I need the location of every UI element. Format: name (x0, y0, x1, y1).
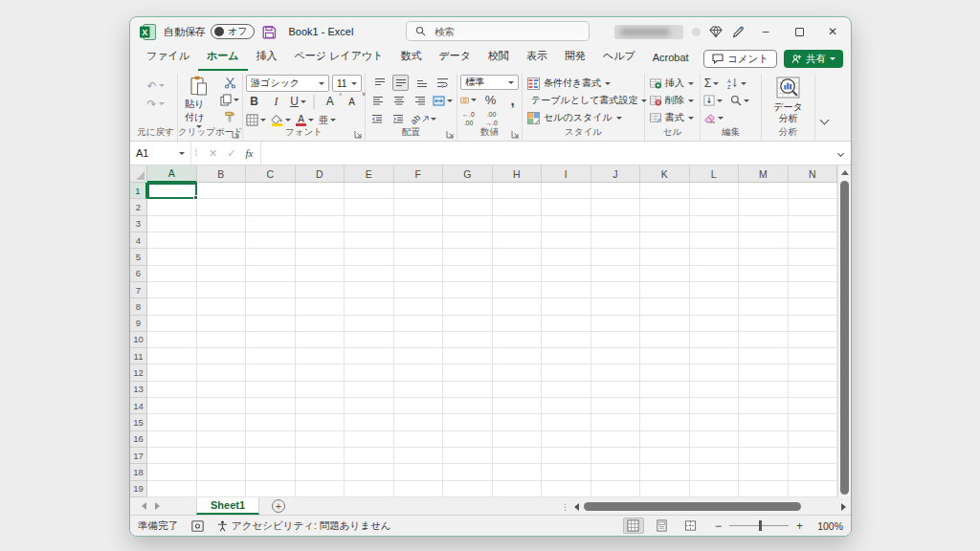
grid-cell-M7[interactable] (739, 282, 789, 298)
grid-cell-K17[interactable] (640, 448, 690, 464)
grid-cell-N4[interactable] (789, 232, 838, 249)
column-header-C[interactable]: C (246, 165, 296, 183)
grid-cell-C5[interactable] (246, 249, 296, 265)
grid-cell-H1[interactable] (493, 183, 543, 199)
grid-cell-H5[interactable] (493, 249, 543, 265)
grid-cell-J4[interactable] (591, 232, 641, 249)
formula-bar-divider[interactable]: ⁞ (191, 142, 201, 165)
grid-cell-H14[interactable] (493, 398, 543, 414)
grid-cell-F1[interactable] (394, 183, 444, 199)
grid-cell-L18[interactable] (690, 464, 740, 480)
align-center-button[interactable] (390, 93, 407, 109)
zoom-slider-handle[interactable] (759, 520, 762, 531)
shrink-font-button[interactable]: A˅ (344, 94, 360, 110)
data-analysis-button[interactable]: データ分析 (768, 75, 810, 124)
grid-cell-G5[interactable] (443, 249, 493, 265)
row-header-13[interactable]: 13 (130, 382, 147, 398)
page-break-view-button[interactable] (680, 518, 702, 534)
cancel-button[interactable]: ✕ (209, 147, 217, 160)
grid-cell-E10[interactable] (345, 332, 394, 348)
grid-cell-C8[interactable] (246, 298, 296, 315)
grid-cell-B3[interactable] (197, 216, 247, 232)
grid-cell-E11[interactable] (345, 348, 394, 364)
grid-cell-E5[interactable] (345, 249, 394, 265)
grid-cell-N17[interactable] (789, 448, 838, 464)
grid-cell-F4[interactable] (394, 232, 444, 249)
grid-cell-N3[interactable] (789, 216, 838, 232)
row-header-11[interactable]: 11 (130, 348, 147, 364)
grid-cell-A8[interactable] (147, 298, 197, 315)
grid-cell-E16[interactable] (345, 431, 394, 448)
grid-cell-L8[interactable] (690, 298, 740, 315)
next-sheet-button[interactable] (155, 502, 160, 510)
conditional-formatting-button[interactable]: 条件付き書式 (525, 75, 641, 92)
grid-cell-J5[interactable] (591, 249, 641, 265)
grid-cell-J11[interactable] (591, 348, 641, 364)
align-top-button[interactable] (371, 75, 388, 91)
ribbon-tab-3[interactable]: ページ レイアウト (286, 44, 392, 71)
grid-cell-N15[interactable] (789, 414, 838, 430)
grid-cell-B4[interactable] (197, 232, 247, 249)
grid-cell-C19[interactable] (246, 481, 296, 497)
grid-cell-C16[interactable] (246, 431, 296, 448)
font-family-select[interactable]: 游ゴシック (246, 75, 329, 92)
grid-cell-J16[interactable] (591, 431, 641, 448)
grid-cell-D8[interactable] (296, 298, 345, 315)
grid-cell-N19[interactable] (789, 481, 838, 497)
grid-cell-I9[interactable] (542, 316, 591, 332)
grid-cell-B1[interactable] (197, 183, 247, 199)
ribbon-tab-10[interactable]: Acrobat (644, 47, 698, 71)
grid-cell-E8[interactable] (345, 298, 394, 315)
grid-cell-K9[interactable] (640, 316, 690, 332)
name-box[interactable]: A1 (130, 142, 191, 165)
normal-view-button[interactable] (623, 518, 644, 534)
grid-cell-J17[interactable] (591, 448, 641, 464)
grid-cell-D16[interactable] (296, 431, 345, 448)
grid-cell-E6[interactable] (345, 266, 394, 282)
grid-cell-K14[interactable] (640, 398, 690, 414)
grid-cell-A15[interactable] (147, 414, 197, 430)
grid-cell-A11[interactable] (147, 348, 197, 364)
align-left-button[interactable] (369, 93, 386, 109)
column-header-H[interactable]: H (493, 165, 543, 183)
grid-cell-M1[interactable] (739, 183, 789, 199)
vertical-scrollbar[interactable] (837, 165, 851, 497)
column-header-F[interactable]: F (394, 165, 444, 183)
row-header-16[interactable]: 16 (130, 431, 147, 448)
grid-cell-K4[interactable] (640, 232, 690, 249)
column-header-G[interactable]: G (443, 165, 493, 183)
grid-cell-B11[interactable] (197, 348, 247, 364)
grid-cell-I6[interactable] (542, 266, 591, 282)
grid-cell-F5[interactable] (394, 249, 444, 265)
grid-cell-M4[interactable] (739, 232, 789, 249)
grid-cell-J1[interactable] (591, 183, 641, 199)
grid-cell-I11[interactable] (542, 348, 591, 364)
grid-cell-G17[interactable] (443, 448, 493, 464)
column-header-J[interactable]: J (591, 165, 641, 183)
grid-cell-N2[interactable] (789, 199, 838, 215)
grid-cell-D9[interactable] (296, 316, 345, 332)
grid-cell-A17[interactable] (147, 448, 197, 464)
grid-cell-K1[interactable] (640, 183, 690, 199)
grid-cell-K5[interactable] (640, 249, 690, 265)
fill-button[interactable] (703, 93, 723, 109)
grid-cell-L1[interactable] (690, 183, 740, 199)
comments-button[interactable]: コメント (703, 50, 777, 68)
grid-cell-M8[interactable] (739, 298, 789, 315)
grid-cell-G4[interactable] (443, 232, 493, 249)
grid-cell-E13[interactable] (345, 382, 394, 398)
row-header-10[interactable]: 10 (130, 332, 147, 348)
zoom-out-button[interactable]: − (715, 519, 722, 533)
ribbon-tab-5[interactable]: データ (430, 44, 479, 71)
grid-cell-D19[interactable] (296, 481, 345, 497)
row-header-12[interactable]: 12 (130, 364, 147, 381)
grid-cell-N9[interactable] (789, 316, 838, 332)
grid-cell-C10[interactable] (246, 332, 296, 348)
insert-cells-button[interactable]: 挿入 (648, 75, 697, 92)
column-header-E[interactable]: E (345, 165, 394, 183)
scroll-left-icon[interactable] (574, 503, 579, 511)
grid-cell-C1[interactable] (246, 183, 296, 199)
grid-cell-K16[interactable] (640, 431, 690, 448)
grid-cell-K13[interactable] (640, 382, 690, 398)
grid-cell-A12[interactable] (147, 364, 197, 381)
